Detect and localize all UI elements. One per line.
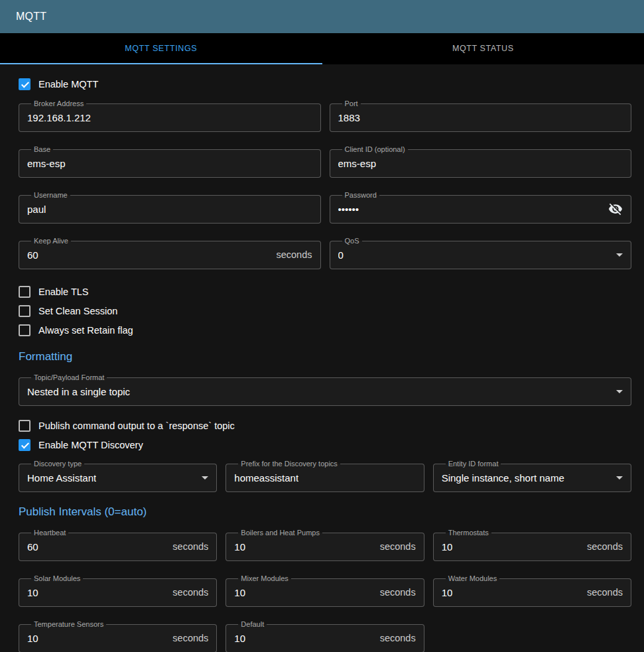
checkbox-checked-icon <box>19 439 31 451</box>
field-label: Port <box>342 99 361 108</box>
field-value: ems-esp <box>27 158 66 169</box>
field-value: •••••• <box>338 204 359 215</box>
publish-response-checkbox[interactable]: Publish command output to a `response` t… <box>19 417 235 435</box>
formatting-heading: Formatting <box>19 350 631 363</box>
field-value: Nested in a single topic <box>27 386 130 397</box>
field-value: 10 <box>442 587 453 598</box>
field-label: Password <box>342 191 379 200</box>
field-label: Topic/Payload Format <box>31 373 107 382</box>
broker-address-field[interactable]: Broker Address 192.168.1.212 <box>19 99 321 132</box>
enable-discovery-checkbox[interactable]: Enable MQTT Discovery <box>19 436 143 454</box>
username-field[interactable]: Username paul <box>19 191 321 224</box>
credentials-row: Username paul Password •••••• <box>19 191 631 224</box>
field-value: 1883 <box>338 112 360 123</box>
checkbox-label: Publish command output to a `response` t… <box>38 421 235 431</box>
mqtt-settings-page: MQTT MQTT SETTINGS MQTT STATUS Enable MQ… <box>0 0 644 652</box>
field-value: Home Assistant <box>27 472 96 484</box>
discovery-type-select[interactable]: Discovery type Home Assistant <box>19 460 217 492</box>
field-value: 10 <box>234 587 245 598</box>
field-value: 10 <box>27 587 38 598</box>
empty-grid-cell <box>433 620 631 652</box>
water-modules-field[interactable]: Water Modules 10 seconds <box>433 574 631 607</box>
client-id-field[interactable]: Client ID (optional) ems-esp <box>330 145 632 178</box>
field-label: Discovery type <box>31 460 84 468</box>
dropdown-arrow-icon <box>202 476 208 480</box>
field-value: 10 <box>442 541 453 553</box>
password-field[interactable]: Password •••••• <box>330 191 632 224</box>
mixer-modules-field[interactable]: Mixer Modules 10 seconds <box>225 574 424 607</box>
field-label: Boilers and Heat Pumps <box>238 529 322 537</box>
default-interval-field[interactable]: Default 10 seconds <box>225 620 424 652</box>
thermostats-field[interactable]: Thermostats 10 seconds <box>433 529 631 561</box>
field-suffix: seconds <box>167 633 208 643</box>
field-value: 192.168.1.212 <box>27 112 91 123</box>
field-label: Thermostats <box>446 529 491 537</box>
checkbox-unchecked-icon <box>19 324 31 336</box>
field-label: Solar Modules <box>31 574 83 583</box>
field-value: 10 <box>27 633 38 644</box>
checkbox-unchecked-icon <box>19 286 31 298</box>
intervals-row-3: Temperature Sensors 10 seconds Default 1… <box>19 620 631 652</box>
enable-mqtt-checkbox[interactable]: Enable MQTT <box>19 75 98 94</box>
retain-flag-checkbox[interactable]: Always set Retain flag <box>19 321 133 340</box>
field-value: homeassistant <box>234 472 298 484</box>
temperature-sensors-field[interactable]: Temperature Sensors 10 seconds <box>19 620 217 652</box>
keep-alive-field[interactable]: Keep Alive 60 seconds <box>19 237 321 269</box>
checkbox-label: Enable MQTT Discovery <box>38 440 143 450</box>
field-label: Broker Address <box>31 99 86 108</box>
field-suffix: seconds <box>167 541 208 552</box>
qos-select[interactable]: QoS 0 <box>330 237 632 269</box>
field-value: 60 <box>27 541 38 553</box>
checkbox-unchecked-icon <box>19 420 31 432</box>
field-value: 60 <box>27 249 38 261</box>
base-clientid-row: Base ems-esp Client ID (optional) ems-es… <box>19 145 631 178</box>
field-label: QoS <box>342 237 362 245</box>
tab-mqtt-status[interactable]: MQTT STATUS <box>322 33 644 64</box>
port-field[interactable]: Port 1883 <box>330 99 632 132</box>
checkbox-unchecked-icon <box>19 305 31 317</box>
checkbox-label: Enable MQTT <box>38 79 98 90</box>
field-label: Keep Alive <box>31 237 71 245</box>
solar-modules-field[interactable]: Solar Modules 10 seconds <box>19 574 217 607</box>
field-value: 0 <box>338 249 344 261</box>
settings-form: Enable MQTT Broker Address 192.168.1.212… <box>0 64 644 652</box>
entity-id-format-select[interactable]: Entity ID format Single instance, short … <box>433 460 631 492</box>
app-header: MQTT <box>0 0 644 33</box>
base-field[interactable]: Base ems-esp <box>19 145 321 178</box>
discovery-row: Discovery type Home Assistant Prefix for… <box>19 460 631 492</box>
boilers-heatpumps-field[interactable]: Boilers and Heat Pumps 10 seconds <box>225 529 424 561</box>
tab-mqtt-settings[interactable]: MQTT SETTINGS <box>0 33 322 64</box>
field-suffix: seconds <box>271 249 312 260</box>
field-label: Default <box>238 620 267 629</box>
field-suffix: seconds <box>375 587 416 598</box>
intervals-row-2: Solar Modules 10 seconds Mixer Modules 1… <box>19 574 631 607</box>
field-label: Base <box>31 145 53 154</box>
field-label: Temperature Sensors <box>31 620 106 629</box>
clean-session-checkbox[interactable]: Set Clean Session <box>19 302 117 320</box>
dropdown-arrow-icon <box>616 390 623 393</box>
field-label: Username <box>31 191 70 200</box>
discovery-prefix-field[interactable]: Prefix for the Discovery topics homeassi… <box>225 460 424 492</box>
heartbeat-field[interactable]: Heartbeat 60 seconds <box>19 529 217 561</box>
field-suffix: seconds <box>375 541 416 552</box>
visibility-off-icon[interactable] <box>608 202 623 216</box>
broker-port-row: Broker Address 192.168.1.212 Port 1883 <box>19 99 631 132</box>
field-label: Mixer Modules <box>238 574 291 583</box>
dropdown-arrow-icon <box>616 253 623 257</box>
enable-tls-checkbox[interactable]: Enable TLS <box>19 283 89 301</box>
field-suffix: seconds <box>167 587 208 598</box>
field-label: Water Modules <box>446 574 500 583</box>
field-value: 10 <box>234 541 245 553</box>
topic-format-select[interactable]: Topic/Payload Format Nested in a single … <box>19 373 631 406</box>
checkbox-label: Enable TLS <box>38 287 89 297</box>
field-label: Client ID (optional) <box>342 145 408 154</box>
field-label: Heartbeat <box>31 529 68 537</box>
keepalive-qos-row: Keep Alive 60 seconds QoS 0 <box>19 237 631 269</box>
field-suffix: seconds <box>375 633 416 643</box>
field-value: paul <box>27 204 46 215</box>
tab-bar: MQTT SETTINGS MQTT STATUS <box>0 33 644 64</box>
checkbox-checked-icon <box>19 78 31 90</box>
checkbox-label: Set Clean Session <box>38 306 117 316</box>
field-label: Prefix for the Discovery topics <box>238 460 340 468</box>
checkbox-label: Always set Retain flag <box>38 325 133 336</box>
